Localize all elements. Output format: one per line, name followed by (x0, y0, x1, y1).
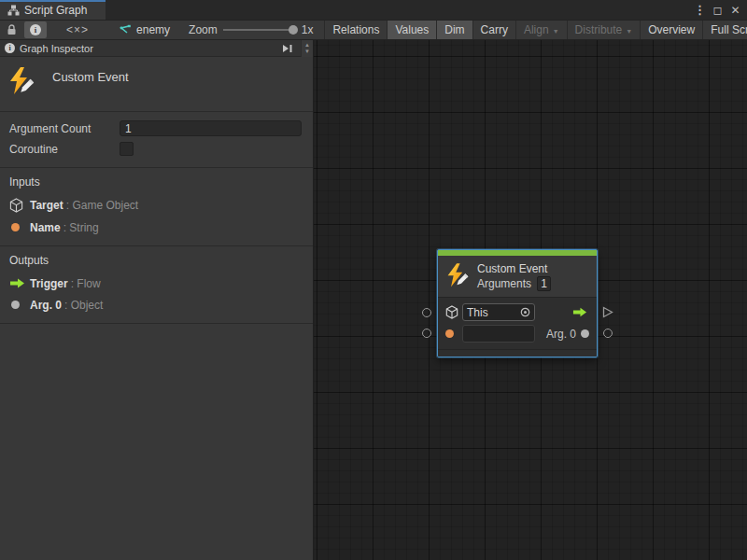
port-row-trigger: Trigger : Flow (9, 276, 303, 290)
zoom-label: Zoom (189, 23, 218, 36)
unit-title: Custom Event (52, 66, 129, 84)
script-graph-icon (7, 5, 20, 16)
zoom-value: 1x (302, 23, 314, 36)
arg0-label: Arg. 0 (546, 328, 576, 341)
full-screen-label: Full Screen (711, 23, 747, 36)
object-port-dot (9, 301, 30, 309)
node-arguments-row: Arguments 1 (477, 276, 551, 291)
carry-label: Carry (481, 23, 508, 36)
relations-button[interactable]: Relations (324, 21, 387, 39)
graph-breadcrumb[interactable]: enemy (107, 21, 179, 39)
relations-label: Relations (332, 23, 379, 36)
argument-count-label: Argument Count (9, 122, 120, 135)
align-button[interactable]: Align ▼ (515, 21, 567, 39)
port-name: Trigger (30, 277, 68, 290)
argument-count-row: Argument Count 1 (9, 119, 302, 137)
target-object-picker[interactable]: This (462, 303, 535, 321)
node-row-target: This (445, 302, 589, 322)
cube-icon (445, 305, 462, 319)
close-icon[interactable]: ✕ (727, 2, 743, 18)
inputs-section: Inputs Target : Game Object Name : Strin… (0, 168, 313, 246)
graph-icon (119, 24, 132, 35)
distribute-label: Distribute (575, 23, 623, 36)
flow-output-port[interactable] (602, 306, 613, 318)
node-body: This (438, 298, 597, 349)
distribute-button[interactable]: Distribute ▼ (567, 21, 641, 39)
panel-steppers: ▲ ▼ (301, 40, 313, 57)
string-port-dot (9, 223, 30, 231)
dim-button[interactable]: Dim (436, 21, 472, 39)
inspector-empty-area (0, 324, 313, 560)
code-view-button[interactable]: <×> (48, 21, 107, 39)
port-type: : Game Object (66, 199, 138, 212)
toolbar-buttons: Relations Values Dim Carry Align ▼ Distr… (324, 21, 747, 39)
scroll-down-icon[interactable]: ▼ (304, 49, 310, 54)
main-area: i Graph Inspector ▲ ▼ (0, 40, 747, 560)
overview-label: Overview (648, 23, 695, 36)
maximize-icon[interactable]: ◻ (710, 2, 726, 18)
coroutine-row: Coroutine (9, 140, 302, 158)
coroutine-checkbox[interactable] (120, 142, 134, 156)
port-row-arg0: Arg. 0 : Object (9, 298, 303, 312)
overview-button[interactable]: Overview (640, 21, 702, 39)
port-row-name: Name : String (9, 220, 303, 234)
argument-count-field[interactable]: 1 (120, 120, 302, 136)
graph-canvas[interactable]: Custom Event Arguments 1 (314, 40, 747, 560)
unit-header: Custom Event (0, 57, 313, 112)
arguments-label: Arguments (477, 276, 531, 291)
coroutine-label: Coroutine (9, 143, 120, 156)
unit-properties: Argument Count 1 Coroutine (0, 112, 313, 168)
port-type: : Object (64, 299, 103, 312)
flow-arrow-icon (572, 307, 587, 317)
window-controls: ⋮ ◻ ✕ (692, 0, 743, 20)
node-header[interactable]: Custom Event Arguments 1 (438, 256, 597, 298)
menu-kebab-icon[interactable]: ⋮ (692, 2, 708, 18)
graph-inspector-title: Graph Inspector (20, 43, 274, 54)
custom-event-node[interactable]: Custom Event Arguments 1 (437, 249, 598, 357)
zoom-control: Zoom 1x (179, 21, 322, 39)
dock-panel-icon[interactable] (278, 43, 296, 54)
node-row-arg0: Arg. 0 (445, 324, 589, 343)
port-row-target: Target : Game Object (9, 198, 303, 213)
value-input-port[interactable] (422, 329, 431, 338)
flow-arrow-icon (9, 278, 30, 288)
argument-count-value: 1 (125, 122, 132, 135)
string-port-dot (445, 329, 462, 338)
info-icon: i (5, 43, 15, 53)
zoom-slider-handle[interactable] (289, 25, 298, 35)
object-port-dot (581, 329, 589, 338)
arguments-value-field[interactable]: 1 (537, 276, 551, 291)
flow-input-port[interactable] (422, 308, 431, 317)
carry-button[interactable]: Carry (472, 21, 515, 39)
chevron-down-icon: ▼ (626, 28, 632, 35)
target-value: This (467, 306, 520, 319)
node-title: Custom Event (477, 261, 551, 276)
custom-event-icon (445, 262, 470, 290)
full-screen-button[interactable]: Full Screen (702, 21, 747, 39)
zoom-slider[interactable] (223, 29, 296, 31)
graph-toolbar: i <×> enemy Zoom 1x Relation (0, 20, 747, 40)
tab-script-graph[interactable]: Script Graph (0, 0, 106, 20)
graph-inspector-header: i Graph Inspector ▲ ▼ (0, 40, 313, 57)
inspector-toggle-button[interactable]: i (24, 21, 47, 38)
lock-button[interactable] (0, 21, 23, 39)
port-type: : Flow (71, 277, 101, 290)
info-icon: i (30, 24, 41, 35)
graph-name: enemy (136, 23, 170, 36)
custom-event-icon (7, 66, 35, 98)
dim-label: Dim (444, 23, 464, 36)
value-output-port[interactable] (603, 329, 613, 338)
port-name: Target (30, 199, 63, 212)
port-type: : String (63, 221, 99, 234)
align-label: Align (524, 23, 549, 36)
cube-icon (9, 198, 30, 213)
graph-inspector-panel: i Graph Inspector ▲ ▼ (0, 40, 314, 560)
node-footer (438, 349, 597, 357)
name-input-field[interactable] (462, 325, 535, 343)
port-name: Name (30, 221, 61, 234)
scroll-up-icon[interactable]: ▲ (304, 42, 310, 48)
code-icon: <×> (66, 23, 89, 36)
values-button[interactable]: Values (387, 21, 436, 39)
chevron-down-icon: ▼ (553, 28, 559, 35)
lock-icon (7, 24, 17, 35)
